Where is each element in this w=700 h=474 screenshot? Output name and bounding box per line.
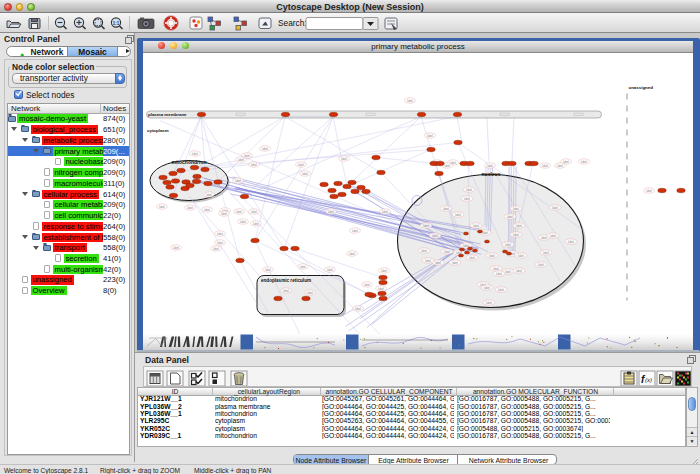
svg-text:label: label <box>513 206 519 210</box>
svg-text:label: label <box>463 243 469 247</box>
svg-text:1:1: 1:1 <box>113 21 120 26</box>
svg-text:label: label <box>238 157 244 161</box>
svg-text:label: label <box>516 268 522 272</box>
svg-text:label: label <box>432 233 438 237</box>
svg-text:label: label <box>206 192 212 196</box>
svg-text:label: label <box>187 205 193 209</box>
svg-text:label: label <box>466 187 472 191</box>
svg-text:label: label <box>444 163 450 167</box>
svg-text:label: label <box>382 209 388 213</box>
svg-text:label: label <box>217 240 223 244</box>
svg-text:label: label <box>253 221 259 225</box>
svg-text:label: label <box>283 288 289 292</box>
svg-text:label: label <box>427 133 433 137</box>
svg-text:label: label <box>352 228 358 232</box>
svg-text:(x): (x) <box>645 377 652 383</box>
svg-text:label: label <box>221 211 227 215</box>
svg-text:label: label <box>262 146 268 150</box>
svg-text:label: label <box>543 250 549 254</box>
svg-text:label: label <box>435 260 441 264</box>
svg-text:label: label <box>552 205 558 209</box>
svg-text:label: label <box>213 246 219 250</box>
svg-text:label: label <box>541 235 547 239</box>
svg-text:label: label <box>542 163 548 167</box>
svg-text:label: label <box>298 162 304 166</box>
svg-text:nucleus: nucleus <box>482 170 501 176</box>
svg-text:label: label <box>538 262 544 266</box>
svg-text:label: label <box>557 163 563 167</box>
svg-text:label: label <box>568 239 574 243</box>
svg-text:label: label <box>581 159 587 163</box>
svg-text:label: label <box>444 249 450 253</box>
svg-text:Search:: Search: <box>278 18 307 28</box>
svg-text:label: label <box>159 204 165 208</box>
svg-text:label: label <box>349 251 355 255</box>
svg-text:label: label <box>251 162 257 166</box>
svg-text:label: label <box>307 290 313 294</box>
svg-text:label: label <box>328 209 334 213</box>
svg-text:label: label <box>563 159 569 163</box>
svg-text:label: label <box>493 266 499 270</box>
svg-text:label: label <box>425 258 431 262</box>
svg-text:label: label <box>550 233 556 237</box>
svg-text:label: label <box>421 248 427 252</box>
svg-text:label: label <box>327 267 333 271</box>
svg-text:label: label <box>235 178 241 182</box>
svg-text:label: label <box>341 156 347 160</box>
svg-text:label: label <box>464 196 470 200</box>
svg-text:label: label <box>646 188 652 192</box>
svg-text:cytoplasm: cytoplasm <box>147 127 169 132</box>
svg-text:mitochondrion: mitochondrion <box>172 158 207 164</box>
svg-text:label: label <box>505 269 511 273</box>
svg-text:unassigned: unassigned <box>629 84 654 89</box>
svg-text:label: label <box>300 264 306 268</box>
svg-text:label: label <box>364 282 370 286</box>
svg-text:label: label <box>236 209 242 213</box>
svg-text:endoplasmic reticulum: endoplasmic reticulum <box>261 277 311 282</box>
svg-text:label: label <box>192 151 198 155</box>
svg-text:label: label <box>378 286 384 290</box>
svg-text:label: label <box>265 267 271 271</box>
svg-text:label: label <box>407 98 413 102</box>
svg-text:label: label <box>302 171 308 175</box>
svg-text:label: label <box>487 163 493 167</box>
svg-text:label: label <box>516 223 522 227</box>
svg-text:label: label <box>240 219 246 223</box>
svg-text:label: label <box>513 232 519 236</box>
svg-text:label: label <box>423 223 429 227</box>
svg-text:label: label <box>473 223 479 227</box>
svg-text:label: label <box>482 230 488 234</box>
svg-text:label: label <box>217 231 223 235</box>
svg-text:plasma membrane: plasma membrane <box>148 112 187 117</box>
svg-text:label: label <box>518 253 524 257</box>
svg-text:label: label <box>486 300 492 304</box>
svg-text:label: label <box>251 209 257 213</box>
svg-text:label: label <box>507 214 513 218</box>
svg-text:label: label <box>381 268 387 272</box>
svg-text:label: label <box>173 245 179 249</box>
svg-text:label: label <box>244 153 250 157</box>
svg-text:label: label <box>489 253 495 257</box>
svg-text:label: label <box>455 212 461 216</box>
svg-text:label: label <box>443 206 449 210</box>
svg-text:label: label <box>498 287 504 291</box>
svg-text:label: label <box>355 306 361 310</box>
svg-text:label: label <box>505 242 511 246</box>
svg-text:label: label <box>452 260 458 264</box>
svg-text:label: label <box>496 271 502 275</box>
svg-text:label: label <box>204 207 210 211</box>
svg-text:label: label <box>469 255 475 259</box>
svg-text:label: label <box>484 285 490 289</box>
